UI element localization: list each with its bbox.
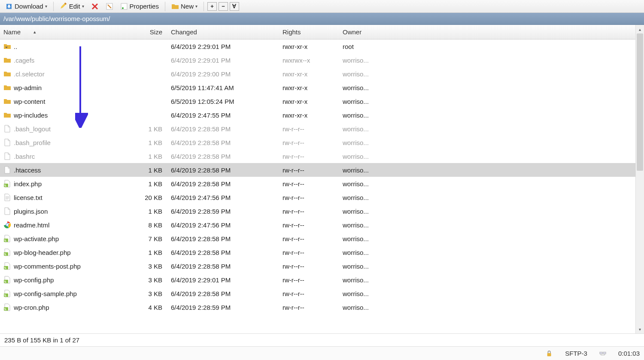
file-row[interactable]: wp-config-sample.php3 KB6/4/2019 2:28:58… (0, 287, 635, 300)
file-name: wp-blog-header.php (14, 249, 71, 256)
header-owner[interactable]: Owner (339, 26, 386, 38)
file-size (129, 112, 167, 118)
toolbar-separator (204, 2, 204, 11)
dropdown-caret-icon: ▾ (45, 4, 47, 9)
file-row[interactable]: index.php1 KB6/4/2019 2:28:58 PMrw-r--r-… (0, 177, 635, 191)
edit-button[interactable]: Edit ▾ (57, 2, 87, 11)
download-button[interactable]: Download ▾ (3, 2, 50, 11)
file-row[interactable]: wp-comments-post.php3 KB6/4/2019 2:28:58… (0, 259, 635, 273)
file-name: .cl.selector (14, 70, 45, 78)
new-folder-icon (171, 3, 179, 10)
file-rights: rwxrwx--x (279, 54, 339, 67)
vertical-scrollbar[interactable]: ▴ ▾ (635, 25, 644, 333)
file-rights: rwxr-xr-x (279, 82, 339, 94)
header-name[interactable]: Name ▴ (0, 26, 129, 38)
new-label: New (181, 3, 194, 10)
dropdown-caret-icon: ▾ (195, 4, 197, 9)
file-rights: rw-r--r-- (279, 287, 339, 300)
elapsed-time: 0:01:03 (618, 350, 640, 357)
file-size (129, 57, 167, 63)
file-row[interactable]: license.txt20 KB6/4/2019 2:47:56 PMrw-r-… (0, 191, 635, 204)
rename-button[interactable] (103, 2, 116, 11)
file-row[interactable]: wp-cron.php4 KB6/4/2019 2:28:59 PMrw-r--… (0, 300, 635, 314)
file-row[interactable]: .cl.selector6/4/2019 2:29:00 PMrwxr-xr-x… (0, 67, 635, 81)
file-name: wp-comments-post.php (14, 263, 81, 270)
file-name: wp-config.php (14, 276, 54, 284)
file-name: license.txt (14, 194, 43, 201)
file-size: 1 KB (129, 136, 167, 149)
file-rights: rw-r--r-- (279, 178, 339, 190)
up-icon (3, 42, 11, 50)
select-button[interactable]: ∀ (230, 2, 239, 11)
folder-icon (3, 70, 11, 78)
file-owner: worriso... (339, 246, 386, 259)
file-changed: 6/5/2019 11:47:41 AM (167, 82, 279, 94)
file-changed: 6/4/2019 2:28:58 PM (167, 178, 279, 190)
file-changed: 6/4/2019 2:47:55 PM (167, 109, 279, 121)
file-rights: rw-r--r-- (279, 301, 339, 314)
protocol-label: SFTP-3 (565, 350, 587, 357)
lock-icon (546, 350, 553, 357)
file-name: plugins.json (14, 208, 48, 215)
header-changed[interactable]: Changed (167, 26, 279, 38)
file-row[interactable]: .htaccess1 KB6/4/2019 2:28:58 PMrw-r--r-… (0, 163, 635, 177)
header-rights[interactable]: Rights (279, 26, 339, 38)
file-row[interactable]: ..6/4/2019 2:29:01 PMrwxr-xr-xroot (0, 39, 635, 53)
current-path: /var/www/public/worrisome-opossum/ (3, 15, 110, 22)
file-owner: worriso... (339, 287, 386, 300)
file-name: .cagefs (14, 57, 34, 64)
properties-button[interactable]: Properties (118, 2, 161, 11)
file-owner: worriso... (339, 136, 386, 149)
header-size[interactable]: Size (129, 26, 167, 38)
file-icon (3, 125, 11, 133)
file-changed: 6/5/2019 12:05:24 PM (167, 95, 279, 108)
file-row[interactable]: .bashrc1 KB6/4/2019 2:28:58 PMrw-r--r--w… (0, 149, 635, 163)
file-row[interactable]: .bash_logout1 KB6/4/2019 2:28:58 PMrw-r-… (0, 122, 635, 136)
file-row[interactable]: .cagefs6/4/2019 2:29:01 PMrwxrwx--xworri… (0, 53, 635, 67)
file-row[interactable]: wp-blog-header.php1 KB6/4/2019 2:28:58 P… (0, 245, 635, 259)
file-owner: root (339, 40, 386, 53)
file-rights: rwxr-xr-x (279, 68, 339, 80)
php-icon (3, 290, 11, 297)
file-owner: worriso... (339, 219, 386, 231)
file-size: 1 KB (129, 164, 167, 176)
file-rights: rw-r--r-- (279, 274, 339, 286)
scroll-down-icon[interactable]: ▾ (636, 325, 644, 333)
file-changed: 6/4/2019 2:28:58 PM (167, 164, 279, 176)
php-icon (3, 262, 11, 270)
file-name: .bash_profile (14, 139, 51, 146)
file-row[interactable]: wp-includes6/4/2019 2:47:55 PMrwxr-xr-xw… (0, 108, 635, 122)
file-changed: 6/4/2019 2:29:01 PM (167, 274, 279, 286)
folder-icon (3, 56, 11, 64)
path-bar[interactable]: /var/www/public/worrisome-opossum/ (0, 13, 644, 25)
delete-icon (91, 3, 99, 10)
file-row[interactable]: wp-activate.php7 KB6/4/2019 2:28:58 PMrw… (0, 232, 635, 245)
file-row[interactable]: plugins.json1 KB6/4/2019 2:28:59 PMrw-r-… (0, 204, 635, 218)
file-row[interactable]: wp-admin6/5/2019 11:47:41 AMrwxr-xr-xwor… (0, 81, 635, 94)
file-rights: rw-r--r-- (279, 191, 339, 204)
rename-icon (106, 3, 113, 10)
new-button[interactable]: New ▾ (169, 2, 200, 11)
file-icon (3, 139, 11, 146)
file-rows: ..6/4/2019 2:29:01 PMrwxr-xr-xroot.cagef… (0, 39, 635, 333)
scrollbar-thumb[interactable] (637, 33, 643, 171)
file-row[interactable]: .bash_profile1 KB6/4/2019 2:28:58 PMrw-r… (0, 136, 635, 149)
sort-asc-icon: ▴ (33, 29, 36, 35)
file-size: 4 KB (129, 301, 167, 314)
file-rights: rw-r--r-- (279, 136, 339, 149)
network-icon (599, 350, 606, 357)
file-row[interactable]: readme.html8 KB6/4/2019 2:47:56 PMrw-r--… (0, 218, 635, 232)
file-name: .bashrc (14, 153, 35, 160)
file-size (129, 99, 167, 104)
expand-button[interactable]: + (207, 2, 217, 11)
file-row[interactable]: wp-config.php3 KB6/4/2019 2:29:01 PMrw-r… (0, 273, 635, 287)
file-size: 1 KB (129, 246, 167, 259)
file-rights: rw-r--r-- (279, 205, 339, 218)
scroll-up-icon[interactable]: ▴ (636, 25, 644, 33)
php-icon (3, 276, 11, 284)
toolbar-separator (53, 2, 54, 11)
file-changed: 6/4/2019 2:28:58 PM (167, 136, 279, 149)
collapse-button[interactable]: − (219, 2, 228, 11)
delete-button[interactable] (88, 2, 101, 11)
file-row[interactable]: wp-content6/5/2019 12:05:24 PMrwxr-xr-xw… (0, 94, 635, 108)
